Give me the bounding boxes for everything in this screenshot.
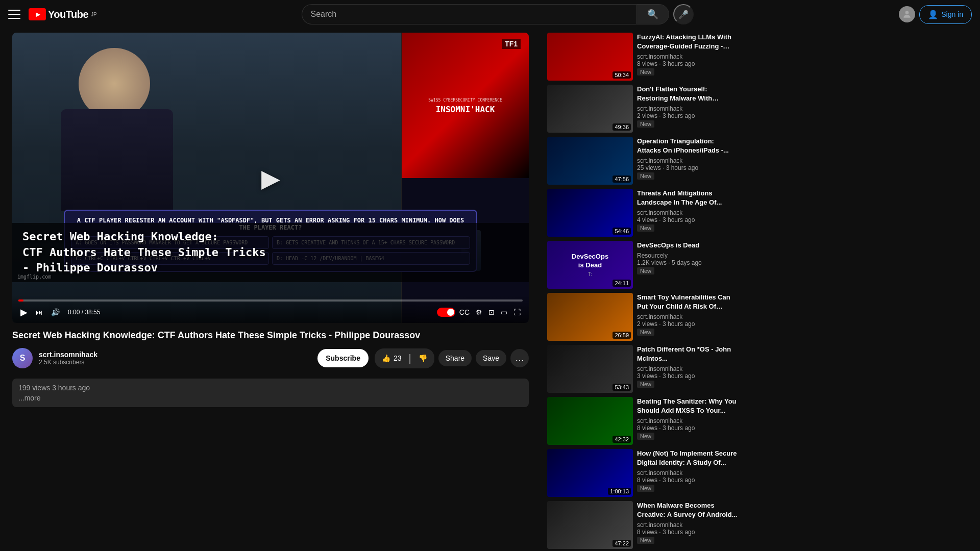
sidebar-info: Operation Triangulation: Attacks On iPho… bbox=[637, 137, 739, 185]
search-bar: 🔍 bbox=[302, 4, 669, 24]
person-area bbox=[38, 43, 216, 237]
like-button[interactable]: 👍 23 | 👎 bbox=[375, 348, 434, 368]
subtitles-button[interactable]: CC bbox=[457, 307, 472, 317]
autoplay-toggle[interactable] bbox=[437, 308, 455, 317]
svg-point-0 bbox=[905, 11, 909, 14]
sidebar-video-item[interactable]: 50:34 FuzzyAI: Attacking LLMs With Cover… bbox=[547, 33, 739, 81]
title-line2: CTF Authors Hate These Simple Tricks bbox=[22, 246, 266, 259]
sidebar-info: Beating The Sanitizer: Why You Should Ad… bbox=[637, 397, 739, 445]
sign-in-button[interactable]: 👤 Sign in bbox=[919, 5, 972, 24]
sidebar-video-item[interactable]: DevSecOpsis Dead T: 24:11 DevSecOps is D… bbox=[547, 241, 739, 289]
sidebar-new-badge: New bbox=[637, 224, 654, 232]
sidebar-video-item[interactable]: 49:36 Don't Flatten Yourself: Restoring … bbox=[547, 85, 739, 133]
sidebar-duration: 1:00:13 bbox=[608, 488, 631, 495]
progress-bar[interactable] bbox=[18, 299, 523, 302]
video-bg: SWISS CYBERSECURITY CONFERENCE INSOMNI'H… bbox=[12, 33, 529, 323]
channel-avatar-img: S bbox=[12, 348, 33, 368]
sidebar-title: Smart Toy Vulnerabilities Can Put Your C… bbox=[637, 293, 739, 311]
sidebar-info: Patch Different On *OS - John McIntos...… bbox=[637, 345, 739, 393]
sidebar-channel: Resourcely bbox=[637, 252, 739, 259]
miniplayer-button[interactable]: ⊡ bbox=[486, 307, 497, 317]
sidebar-thumbnail: 54:46 bbox=[547, 189, 633, 237]
hamburger-menu[interactable] bbox=[8, 8, 20, 20]
search-input[interactable] bbox=[302, 4, 636, 24]
sidebar-duration: 50:34 bbox=[612, 71, 631, 79]
sidebar-info: FuzzyAI: Attacking LLMs With Coverage-Gu… bbox=[637, 33, 739, 81]
sidebar-meta: 8 views · 3 hours ago bbox=[637, 60, 739, 67]
sidebar-meta: 3 views · 3 hours ago bbox=[637, 372, 739, 380]
person-body bbox=[61, 109, 173, 211]
theater-button[interactable]: ▭ bbox=[499, 307, 509, 317]
sidebar-video-item[interactable]: 42:32 Beating The Sanitizer: Why You Sho… bbox=[547, 397, 739, 445]
sidebar-thumbnail: 47:22 bbox=[547, 501, 633, 549]
channel-name[interactable]: scrt.insomnihack bbox=[39, 350, 311, 359]
thumbs-down-icon: 👎 bbox=[419, 354, 427, 362]
sidebar-title: Threats And Mitigations Landscape In The… bbox=[637, 189, 739, 207]
sidebar-video-item[interactable]: 53:43 Patch Different On *OS - John McIn… bbox=[547, 345, 739, 393]
video-title-overlay: Secret Web Hacking Knowledge: CTF Author… bbox=[12, 223, 529, 282]
controls-row: ▶ ⏭ 🔊 0:00 / 38:55 bbox=[18, 306, 523, 319]
sidebar-meta: 2 views · 3 hours ago bbox=[637, 320, 739, 328]
toggle-track[interactable] bbox=[437, 308, 455, 317]
share-button[interactable]: Share bbox=[438, 350, 472, 366]
header-right: 👤 Sign in bbox=[899, 5, 972, 24]
sidebar-meta: 8 views · 3 hours ago bbox=[637, 529, 739, 536]
sidebar-new-badge: New bbox=[637, 120, 654, 128]
volume-button[interactable]: 🔊 bbox=[49, 307, 62, 317]
play-pause-button[interactable]: ▶ bbox=[18, 306, 30, 319]
sidebar-meta: 2 views · 3 hours ago bbox=[637, 112, 739, 119]
sidebar-new-badge: New bbox=[637, 267, 654, 274]
sidebar-thumbnail: 53:43 bbox=[547, 345, 633, 393]
sidebar-video-item[interactable]: 26:59 Smart Toy Vulnerabilities Can Put … bbox=[547, 293, 739, 341]
sidebar-channel: scrt.insomnihack bbox=[637, 313, 739, 320]
sidebar-new-badge: New bbox=[637, 329, 654, 336]
sidebar-video-item[interactable]: 1:00:13 How (Not) To Implement Secure Di… bbox=[547, 449, 739, 497]
sidebar-meta: 4 views · 3 hours ago bbox=[637, 216, 739, 223]
sign-in-label: Sign in bbox=[941, 10, 963, 18]
sidebar-video-item[interactable]: 47:56 Operation Triangulation: Attacks O… bbox=[547, 137, 739, 185]
time-ago: 3 hours ago bbox=[52, 384, 90, 392]
video-title-overlay-text: Secret Web Hacking Knowledge: CTF Author… bbox=[22, 229, 519, 276]
description-more[interactable]: ...more bbox=[18, 394, 523, 402]
next-button[interactable]: ⏭ bbox=[34, 307, 45, 317]
sidebar-channel: scrt.insomnihack bbox=[637, 53, 739, 60]
thumbs-up-icon: 👍 bbox=[382, 354, 390, 362]
progress-fill bbox=[18, 299, 23, 302]
sidebar-video-list: 50:34 FuzzyAI: Attacking LLMs With Cover… bbox=[547, 33, 739, 549]
panel-top: SWISS CYBERSECURITY CONFERENCE INSOMNI'H… bbox=[402, 33, 529, 178]
sidebar-thumbnail: 26:59 bbox=[547, 293, 633, 341]
sidebar-duration: 54:46 bbox=[612, 228, 631, 235]
toggle-knob bbox=[447, 309, 454, 316]
channel-avatar[interactable]: S bbox=[12, 348, 33, 368]
voice-search-button[interactable]: 🎤 bbox=[673, 4, 694, 24]
subscribe-button[interactable]: Subscribe bbox=[317, 349, 369, 367]
channel-info: scrt.insomnihack 2.5K subscribers bbox=[39, 350, 311, 366]
youtube-logo[interactable]: YouTubeJP bbox=[29, 8, 97, 20]
save-button[interactable]: Save bbox=[476, 350, 506, 366]
settings-button[interactable]: ⚙ bbox=[474, 307, 484, 317]
sidebar-info: Smart Toy Vulnerabilities Can Put Your C… bbox=[637, 293, 739, 341]
more-actions-button[interactable]: … bbox=[510, 349, 529, 367]
header-left: YouTubeJP bbox=[8, 8, 97, 20]
tf1-badge: TF1 bbox=[502, 39, 521, 49]
title-line3: - Philippe Dourassov bbox=[22, 261, 158, 274]
sidebar-title: How (Not) To Implement Secure Digital Id… bbox=[637, 449, 739, 467]
sidebar-video-item[interactable]: 47:22 When Malware Becomes Creative: A S… bbox=[547, 501, 739, 549]
like-count: 23 bbox=[394, 354, 402, 362]
video-title: Secret Web Hacking Knowledge: CTF Author… bbox=[12, 329, 529, 342]
user-avatar[interactable] bbox=[899, 6, 915, 22]
panel-text: SWISS CYBERSECURITY CONFERENCE bbox=[426, 96, 504, 105]
video-player[interactable]: SWISS CYBERSECURITY CONFERENCE INSOMNI'H… bbox=[12, 33, 529, 323]
panel-title: INSOMNI'HACK bbox=[436, 105, 495, 114]
sidebar-info: When Malware Becomes Creative: A Survey … bbox=[637, 501, 739, 549]
sidebar-duration: 49:36 bbox=[612, 123, 631, 131]
sidebar-video-item[interactable]: 54:46 Threats And Mitigations Landscape … bbox=[547, 189, 739, 237]
fullscreen-button[interactable]: ⛶ bbox=[511, 307, 523, 317]
youtube-logo-icon bbox=[29, 8, 46, 20]
sidebar-thumbnail: 1:00:13 bbox=[547, 449, 633, 497]
video-info: Secret Web Hacking Knowledge: CTF Author… bbox=[12, 323, 529, 374]
sidebar-channel: scrt.insomnihack bbox=[637, 105, 739, 112]
sidebar-channel: scrt.insomnihack bbox=[637, 417, 739, 424]
channel-subscribers: 2.5K subscribers bbox=[39, 359, 311, 366]
search-button[interactable]: 🔍 bbox=[636, 4, 669, 24]
